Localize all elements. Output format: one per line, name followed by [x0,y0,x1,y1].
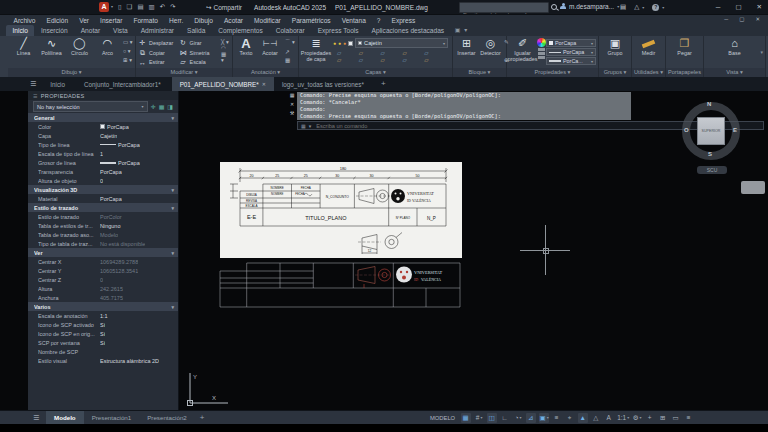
annotation-mini-tool-icon[interactable]: ↗ [285,49,295,55]
property-row[interactable]: Escala de tipo de línea 1 [28,149,178,158]
status-icon[interactable]: ⊞ [658,413,668,423]
property-row[interactable]: Centrar Z 0 [28,275,178,284]
minimize-button[interactable]: ─ [716,3,721,11]
modify-tool-button[interactable]: ⧉ Copiar [138,49,179,57]
status-icon[interactable]: + [645,413,655,423]
property-row[interactable]: Estilo de trazado PorColor [28,212,178,221]
text-tool-button[interactable]: A Texto [235,37,257,56]
property-row[interactable]: Visualización 3D ▾ [28,185,178,194]
property-row[interactable]: Altura 242.2615 [28,284,178,293]
dimension-tool-button[interactable]: ⊢⊣ Acotar [257,37,283,56]
model-space-canvas[interactable]: ☰ PROPIEDADES No hay selección ▾ ✛ ▦ ◨ G… [0,91,768,410]
doc-close-button[interactable]: ✕ [755,14,760,25]
status-icon[interactable]: ⌖ [565,413,575,423]
command-history[interactable]: Comando: Precise esquina opuesta o [Bord… [297,92,631,120]
ribbon-tab[interactable]: Inserción [34,25,74,36]
property-row[interactable]: Anchura 405.7175 [28,293,178,302]
palette-header[interactable]: ☰ PROPIEDADES [28,91,178,100]
property-row[interactable]: Ver ▾ [28,248,178,257]
annotation-mini-tool-icon[interactable]: ▦ [285,57,295,63]
layer-tool-icon[interactable]: ▱ [381,50,401,56]
draw-mini-tool-icon[interactable]: ▭ ▾ [123,39,133,45]
navigation-bar-tool[interactable] [741,181,765,194]
panel-expand-caret-icon[interactable]: ▾ [760,49,763,55]
draw-tool-button[interactable]: ◯ Círculo [66,37,93,56]
panel-label-modificar[interactable]: Modificar ▾ [136,68,232,77]
qat-tool-icon[interactable]: ❏ [127,3,133,11]
ribbon-tab[interactable]: Administrar [134,25,180,36]
qat-tool-icon[interactable]: ▥ [149,3,155,11]
panel-label-bloque[interactable]: Bloque ▾ [453,68,506,77]
command-customize-icon[interactable]: ▦ [290,92,295,98]
status-icon[interactable]: ⊿ [526,413,536,423]
menu-item[interactable]: Herr. [163,15,188,26]
draw-mini-tool-icon[interactable]: ⊞ ▾ [123,57,133,63]
object-property-dropdown[interactable]: PorCa... ▾ [546,57,596,65]
quick-select-icon[interactable]: ◨ [167,103,173,110]
panel-label-grupos[interactable]: Grupos ▾ [599,68,631,77]
layer-dropdown[interactable]: Cajetín ▾ [355,38,448,48]
property-row[interactable]: Escala de anotación 1:1 [28,311,178,320]
drawing-tab[interactable]: logo_uv_todas las versiones* [274,77,375,91]
doc-restore-button[interactable]: ▢ [739,14,744,25]
panel-label-utilidades[interactable]: Utilidades ▾ [632,68,665,77]
block-tool-button[interactable]: ⊞ Insertar [455,37,478,56]
layer-on-icon[interactable]: ● [333,40,336,46]
menu-item[interactable]: Dibujo [189,15,219,26]
status-icon[interactable]: △ [591,413,601,423]
status-icon[interactable]: ∟ [500,413,510,423]
annotation-mini-tool-icon[interactable]: ⌒ ▾ [285,39,295,46]
autocad-logo-icon[interactable]: A [99,2,109,12]
viewcube-west[interactable]: O [684,127,689,133]
property-row[interactable]: Varios ▾ [28,302,178,311]
property-row[interactable]: General ▾ [28,113,178,122]
layout-tab[interactable]: Presentación2 [139,411,195,424]
new-layout-button[interactable]: + [195,411,210,424]
palette-grip-icon[interactable]: ☰ [33,93,38,99]
layer-tool-icon[interactable]: ▱ [402,50,422,56]
menu-item[interactable]: Acotar [218,15,248,26]
paste-button[interactable]: ❐ Pegar [668,37,701,56]
app-menu-caret-icon[interactable]: ▾ [111,4,113,9]
ribbon-tab[interactable]: Anotar [74,25,106,36]
property-row[interactable]: Estilo de trazado ▾ [28,203,178,212]
ribbon-tab[interactable]: Aplicaciones destacadas [365,25,451,36]
close-button[interactable]: ✕ [757,3,762,11]
property-row[interactable]: Transparencia PorCapa [28,167,178,176]
new-drawing-button[interactable]: + [375,77,392,91]
property-row[interactable]: Centrar Y 10605128.3541 [28,266,178,275]
viewcube-north[interactable]: N [707,101,711,107]
layout-tab[interactable]: Modelo [46,411,84,424]
menu-item[interactable]: Edición [41,15,74,26]
select-objects-icon[interactable]: ▦ [159,103,165,110]
status-icon[interactable]: A [604,413,614,423]
wcs-dropdown[interactable]: SCU [697,166,727,174]
property-row[interactable]: Tabla de estilos de tr... Ninguno [28,221,178,230]
property-row[interactable]: Icono de SCP activado Sí [28,320,178,329]
menu-item[interactable]: Formato [128,15,164,26]
panel-label-capas[interactable]: Capas ▾ [299,68,452,77]
color-wheel-icon[interactable] [537,38,546,47]
modify-tool-button[interactable]: ▱ Escala [179,58,220,66]
status-icon[interactable]: # ▾ [474,413,484,423]
property-row[interactable]: Capa Cajetín [28,131,178,140]
status-icon[interactable]: 1:1 ▾ [617,413,629,423]
layer-tool-icon[interactable]: ▱ [424,57,444,63]
menu-item[interactable]: Ventana [336,15,371,26]
property-row[interactable]: Grosor de línea PorCapa [28,158,178,167]
ribbon-tab[interactable]: Colaborar [269,25,311,36]
layer-freeze-icon[interactable]: ● [338,40,341,46]
maximize-button[interactable]: ▢ [735,3,741,11]
status-icon[interactable]: ▦ [461,413,471,423]
command-tools-icon[interactable]: ⚒ [290,110,294,116]
tab-close-icon[interactable]: ✕ [262,81,266,87]
command-close-icon[interactable]: ✕ [290,101,294,107]
draw-tool-button[interactable]: ╱ Línea [10,37,37,56]
modify-tool-button[interactable]: ↔ Estirar [138,58,179,66]
ribbon-overflow-icon[interactable]: ▣ [455,25,461,36]
qat-tool-icon[interactable]: ▯ [118,3,122,11]
status-icon[interactable]: ▲ [578,413,588,423]
menu-item[interactable]: Archivo [8,15,41,26]
object-property-dropdown[interactable]: PorCapa ▾ [546,48,596,56]
status-icon[interactable]: ◔ ▾ [513,413,523,423]
